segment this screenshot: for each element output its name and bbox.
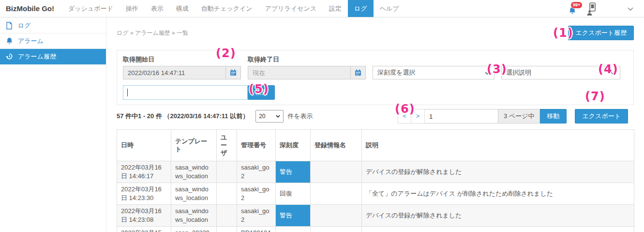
cell-datetime: 2022年03月15日 20:42:26: [117, 227, 171, 232]
breadcrumb: ログ » アラーム履歴 » 一覧: [117, 29, 188, 37]
cell-user: [217, 161, 237, 183]
cell-regname: [311, 205, 362, 227]
calendar-icon[interactable]: [225, 66, 241, 79]
export-button[interactable]: エクスポート: [575, 109, 628, 124]
nav-item-settings[interactable]: 設定: [323, 0, 348, 17]
annotation-7: (7): [585, 90, 605, 103]
annotation-3: (3): [487, 62, 507, 76]
go-to-page-button[interactable]: 移動: [540, 109, 567, 124]
sidebar: ログ アラーム アラーム履歴: [0, 18, 106, 232]
column-header-regname: 登録情報名: [311, 130, 362, 161]
end-date-group: 取得終了日: [248, 55, 366, 79]
cell-description: 「全て」のアラームはデバイス が削除されたため削除されました: [362, 227, 634, 232]
per-page-value: 20: [259, 113, 265, 120]
end-date-input[interactable]: [248, 66, 350, 79]
nav-item-app-license[interactable]: アプリライセンス: [259, 0, 323, 17]
annotation-4: (4): [598, 62, 618, 76]
per-page-suffix: 件を表示: [287, 112, 313, 121]
column-header-description: 説明: [362, 130, 634, 161]
table-row[interactable]: 2022年03月16日 14:46:17 sasa_windows_locati…: [117, 161, 634, 183]
severity-badge: 警告: [276, 161, 311, 183]
nav-item-help[interactable]: ヘルプ: [374, 0, 405, 17]
chevron-down-icon: [628, 4, 633, 13]
nav-item-auto-checkin[interactable]: 自動チェックイン: [195, 0, 259, 17]
end-date-label: 取得終了日: [248, 55, 366, 64]
annotation-2: (2): [216, 46, 236, 60]
results-toolbar: 57 件中1 - 20 件 （2022/03/16 14:47:11 以前） 2…: [117, 109, 634, 124]
device-user-button[interactable]: [587, 1, 597, 16]
table-header-row: 日時 テンプレート ユーザ 管理番号 深刻度 登録情報名 説明: [117, 130, 634, 161]
nav-item-operations[interactable]: 操作: [120, 0, 145, 17]
cell-regname: [311, 183, 362, 205]
pagination: < > 3 ページ中 移動 エクスポート: [398, 109, 634, 124]
nav-item-configuration[interactable]: 構成: [170, 0, 195, 17]
cell-user: [217, 227, 237, 232]
table-row[interactable]: 2022年03月16日 14:23:30 sasa_windows_locati…: [117, 183, 634, 205]
cell-mgmt-number: sasaki_go2: [237, 205, 276, 227]
topbar-right-icons: 99+: [568, 0, 644, 17]
start-date-input[interactable]: [123, 66, 225, 79]
account-menu-toggle[interactable]: [628, 4, 633, 13]
results-summary: 57 件中1 - 20 件 （2022/03/16 14:47:11 以前）: [117, 112, 249, 121]
table-row[interactable]: 2022年03月15日 20:42:26 sasa_20220316 BD190…: [117, 227, 634, 232]
bell-icon: [6, 37, 14, 45]
nav-item-view[interactable]: 表示: [145, 0, 170, 17]
cell-datetime: 2022年03月16日 14:23:30: [117, 183, 171, 205]
per-page-select[interactable]: 20: [255, 110, 284, 123]
sidebar-item-alarm-history[interactable]: アラーム履歴: [0, 49, 106, 64]
history-icon: [6, 53, 14, 61]
cell-regname: [311, 161, 362, 183]
cell-regname: [311, 227, 362, 232]
column-header-template: テンプレート: [171, 130, 217, 161]
main-content: ログ » アラーム履歴 » 一覧 エクスポート履歴 取得開始日 取得終了日: [107, 18, 644, 232]
severity-select-value: 深刻度を選択: [377, 68, 415, 77]
annotation-6: (6): [395, 102, 415, 116]
cell-datetime: 2022年03月16日 14:46:17: [117, 161, 171, 183]
document-icon: [6, 22, 14, 30]
export-history-button[interactable]: エクスポート履歴: [568, 26, 634, 40]
notification-badge: 99+: [570, 1, 583, 9]
column-header-severity: 深刻度: [276, 130, 311, 161]
sidebar-item-label: アラーム: [18, 37, 44, 46]
sidebar-item-alarm[interactable]: アラーム: [0, 33, 106, 49]
alarm-history-table: 日時 テンプレート ユーザ 管理番号 深刻度 登録情報名 説明 2022年03月…: [117, 129, 634, 232]
page-number-input[interactable]: [425, 109, 498, 124]
column-header-user: ユーザ: [217, 130, 237, 161]
column-header-mgmt-number: 管理番号: [237, 130, 276, 161]
cell-mgmt-number: BD19010435: [237, 227, 276, 232]
description-select-value: 選択説明: [506, 68, 531, 77]
annotation-5: (5): [249, 82, 269, 96]
text-caret: [127, 89, 128, 96]
cell-description: デバイスの登録が解除されました: [362, 161, 634, 183]
notifications-button[interactable]: 99+: [568, 1, 580, 16]
nav-item-log[interactable]: ログ: [348, 0, 374, 17]
cell-template: sasa_windows_location: [171, 161, 217, 183]
cell-template: sasa_windows_location: [171, 183, 217, 205]
cell-template: sasa_20220316: [171, 227, 217, 232]
nav-item-dashboard[interactable]: ダッシュボード: [62, 0, 120, 17]
total-pages-label: 3 ページ中: [498, 109, 540, 124]
sidebar-item-log[interactable]: ログ: [0, 18, 106, 33]
severity-badge: 回復: [276, 183, 311, 205]
cell-datetime: 2022年03月16日 14:23:08: [117, 205, 171, 227]
annotation-1: (1): [553, 26, 573, 40]
sidebar-item-label: ログ: [18, 21, 31, 30]
cell-mgmt-number: sasaki_go2: [237, 183, 276, 205]
calendar-icon[interactable]: [350, 66, 366, 79]
severity-select[interactable]: 深刻度を選択: [373, 66, 494, 79]
chevron-down-icon: [276, 113, 280, 120]
filter-panel: 取得開始日 取得終了日 深刻度を選択: [117, 50, 634, 105]
search-input[interactable]: [123, 85, 248, 100]
severity-badge: 回復: [276, 227, 311, 232]
brand-logo[interactable]: BizMobile Go!: [0, 0, 62, 17]
table-row[interactable]: 2022年03月16日 14:23:08 sasa_windows_locati…: [117, 205, 634, 227]
top-navbar: BizMobile Go! ダッシュボード 操作 表示 構成 自動チェックイン …: [0, 0, 644, 17]
column-header-datetime: 日時: [117, 130, 171, 161]
cell-template: sasa_windows_location: [171, 205, 217, 227]
severity-badge: 警告: [276, 205, 311, 227]
cell-user: [217, 205, 237, 227]
cell-description: 「全て」のアラームはデバイス が削除されたため削除されました: [362, 183, 634, 205]
cell-mgmt-number: sasaki_go2: [237, 161, 276, 183]
cell-user: [217, 183, 237, 205]
cell-description: デバイスの登録が解除されました: [362, 205, 634, 227]
